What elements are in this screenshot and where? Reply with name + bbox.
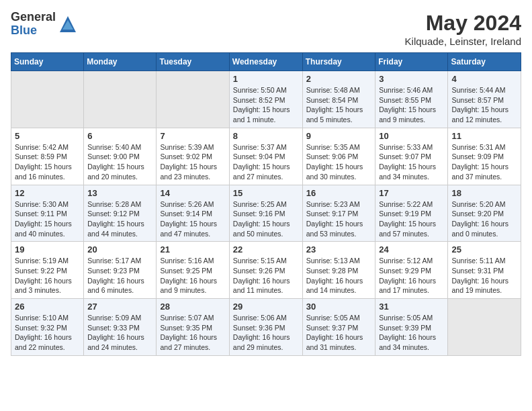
calendar-cell: 2Sunrise: 5:48 AM Sunset: 8:54 PM Daylig… [302, 71, 375, 128]
day-number: 1 [233, 74, 299, 84]
day-number: 17 [379, 188, 444, 198]
day-number: 20 [87, 244, 152, 255]
month-title: May 2024 [405, 11, 521, 36]
day-info: Sunrise: 5:15 AM Sunset: 9:26 PM Dayligh… [233, 256, 299, 295]
day-number: 25 [451, 244, 517, 255]
day-number: 4 [451, 74, 517, 84]
day-number: 31 [379, 302, 444, 312]
calendar-cell: 14Sunrise: 5:26 AM Sunset: 9:14 PM Dayli… [157, 185, 229, 242]
calendar-header-row: SundayMondayTuesdayWednesdayThursdayFrid… [11, 53, 521, 71]
day-info: Sunrise: 5:40 AM Sunset: 9:00 PM Dayligh… [87, 142, 152, 182]
calendar-cell: 12Sunrise: 5:30 AM Sunset: 9:11 PM Dayli… [11, 185, 84, 242]
calendar-cell: 8Sunrise: 5:37 AM Sunset: 9:04 PM Daylig… [229, 128, 302, 185]
day-number: 28 [160, 302, 225, 312]
day-number: 21 [160, 244, 225, 255]
logo-general: General [11, 11, 56, 24]
page-header: General Blue May 2024 Kilquade, Leinster… [11, 11, 521, 47]
day-number: 15 [233, 188, 299, 198]
day-info: Sunrise: 5:19 AM Sunset: 9:22 PM Dayligh… [15, 256, 80, 295]
calendar-cell: 30Sunrise: 5:05 AM Sunset: 9:37 PM Dayli… [302, 299, 375, 356]
day-number: 30 [306, 302, 372, 312]
header-thursday: Thursday [302, 53, 375, 71]
day-number: 26 [15, 302, 80, 312]
calendar-cell [448, 299, 521, 356]
title-block: May 2024 Kilquade, Leinster, Ireland [405, 11, 521, 47]
day-number: 9 [306, 131, 372, 141]
calendar-cell: 20Sunrise: 5:17 AM Sunset: 9:23 PM Dayli… [84, 242, 157, 299]
calendar-cell: 4Sunrise: 5:44 AM Sunset: 8:57 PM Daylig… [448, 71, 521, 128]
calendar-cell [157, 71, 229, 128]
day-info: Sunrise: 5:31 AM Sunset: 9:09 PM Dayligh… [451, 142, 517, 182]
day-number: 24 [379, 244, 444, 255]
calendar-table: SundayMondayTuesdayWednesdayThursdayFrid… [11, 52, 521, 356]
calendar-cell: 28Sunrise: 5:07 AM Sunset: 9:35 PM Dayli… [157, 299, 229, 356]
header-wednesday: Wednesday [229, 53, 302, 71]
day-number: 3 [379, 74, 444, 84]
header-tuesday: Tuesday [157, 53, 229, 71]
day-number: 10 [379, 131, 444, 141]
day-number: 22 [233, 244, 299, 255]
calendar-cell: 15Sunrise: 5:25 AM Sunset: 9:16 PM Dayli… [229, 185, 302, 242]
day-info: Sunrise: 5:50 AM Sunset: 8:52 PM Dayligh… [233, 85, 299, 125]
day-info: Sunrise: 5:33 AM Sunset: 9:07 PM Dayligh… [379, 142, 444, 182]
calendar-cell: 5Sunrise: 5:42 AM Sunset: 8:59 PM Daylig… [11, 128, 84, 185]
day-info: Sunrise: 5:09 AM Sunset: 9:33 PM Dayligh… [87, 313, 152, 353]
header-sunday: Sunday [11, 53, 84, 71]
calendar-cell: 11Sunrise: 5:31 AM Sunset: 9:09 PM Dayli… [448, 128, 521, 185]
header-saturday: Saturday [448, 53, 521, 71]
day-info: Sunrise: 5:12 AM Sunset: 9:29 PM Dayligh… [379, 256, 444, 295]
day-info: Sunrise: 5:06 AM Sunset: 9:36 PM Dayligh… [233, 313, 299, 353]
day-info: Sunrise: 5:10 AM Sunset: 9:32 PM Dayligh… [15, 313, 80, 353]
calendar-cell: 16Sunrise: 5:23 AM Sunset: 9:17 PM Dayli… [302, 185, 375, 242]
day-number: 6 [87, 131, 152, 141]
day-number: 8 [233, 131, 299, 141]
day-number: 13 [87, 188, 152, 198]
day-number: 2 [306, 74, 372, 84]
calendar-cell: 22Sunrise: 5:15 AM Sunset: 9:26 PM Dayli… [229, 242, 302, 299]
day-info: Sunrise: 5:35 AM Sunset: 9:06 PM Dayligh… [306, 142, 372, 182]
calendar-cell: 3Sunrise: 5:46 AM Sunset: 8:55 PM Daylig… [375, 71, 448, 128]
day-number: 12 [15, 188, 80, 198]
calendar-week-3: 19Sunrise: 5:19 AM Sunset: 9:22 PM Dayli… [11, 242, 521, 299]
day-info: Sunrise: 5:44 AM Sunset: 8:57 PM Dayligh… [451, 85, 517, 125]
calendar-cell: 26Sunrise: 5:10 AM Sunset: 9:32 PM Dayli… [11, 299, 84, 356]
day-info: Sunrise: 5:13 AM Sunset: 9:28 PM Dayligh… [306, 256, 372, 295]
day-number: 18 [451, 188, 517, 198]
day-info: Sunrise: 5:05 AM Sunset: 9:39 PM Dayligh… [379, 313, 444, 353]
day-info: Sunrise: 5:17 AM Sunset: 9:23 PM Dayligh… [87, 256, 152, 295]
day-info: Sunrise: 5:48 AM Sunset: 8:54 PM Dayligh… [306, 85, 372, 125]
calendar-cell: 10Sunrise: 5:33 AM Sunset: 9:07 PM Dayli… [375, 128, 448, 185]
calendar-cell: 21Sunrise: 5:16 AM Sunset: 9:25 PM Dayli… [157, 242, 229, 299]
calendar-cell: 31Sunrise: 5:05 AM Sunset: 9:39 PM Dayli… [375, 299, 448, 356]
calendar-week-4: 26Sunrise: 5:10 AM Sunset: 9:32 PM Dayli… [11, 299, 521, 356]
day-info: Sunrise: 5:11 AM Sunset: 9:31 PM Dayligh… [451, 256, 517, 295]
calendar-week-0: 1Sunrise: 5:50 AM Sunset: 8:52 PM Daylig… [11, 71, 521, 128]
calendar-week-1: 5Sunrise: 5:42 AM Sunset: 8:59 PM Daylig… [11, 128, 521, 185]
calendar-cell [84, 71, 157, 128]
day-info: Sunrise: 5:16 AM Sunset: 9:25 PM Dayligh… [160, 256, 225, 295]
day-number: 11 [451, 131, 517, 141]
day-info: Sunrise: 5:26 AM Sunset: 9:14 PM Dayligh… [160, 199, 225, 239]
day-info: Sunrise: 5:46 AM Sunset: 8:55 PM Dayligh… [379, 85, 444, 125]
day-info: Sunrise: 5:25 AM Sunset: 9:16 PM Dayligh… [233, 199, 299, 239]
day-info: Sunrise: 5:23 AM Sunset: 9:17 PM Dayligh… [306, 199, 372, 239]
header-friday: Friday [375, 53, 448, 71]
calendar-cell: 17Sunrise: 5:22 AM Sunset: 9:19 PM Dayli… [375, 185, 448, 242]
calendar-cell: 9Sunrise: 5:35 AM Sunset: 9:06 PM Daylig… [302, 128, 375, 185]
calendar-cell: 18Sunrise: 5:20 AM Sunset: 9:20 PM Dayli… [448, 185, 521, 242]
day-number: 7 [160, 131, 225, 141]
calendar-week-2: 12Sunrise: 5:30 AM Sunset: 9:11 PM Dayli… [11, 185, 521, 242]
day-number: 19 [15, 244, 80, 255]
day-number: 14 [160, 188, 225, 198]
day-info: Sunrise: 5:42 AM Sunset: 8:59 PM Dayligh… [15, 142, 80, 182]
calendar-cell: 13Sunrise: 5:28 AM Sunset: 9:12 PM Dayli… [84, 185, 157, 242]
day-number: 23 [306, 244, 372, 255]
day-info: Sunrise: 5:07 AM Sunset: 9:35 PM Dayligh… [160, 313, 225, 353]
calendar-cell: 6Sunrise: 5:40 AM Sunset: 9:00 PM Daylig… [84, 128, 157, 185]
calendar-cell [11, 71, 84, 128]
day-info: Sunrise: 5:39 AM Sunset: 9:02 PM Dayligh… [160, 142, 225, 182]
day-number: 29 [233, 302, 299, 312]
calendar-cell: 7Sunrise: 5:39 AM Sunset: 9:02 PM Daylig… [157, 128, 229, 185]
day-info: Sunrise: 5:37 AM Sunset: 9:04 PM Dayligh… [233, 142, 299, 182]
header-monday: Monday [84, 53, 157, 71]
